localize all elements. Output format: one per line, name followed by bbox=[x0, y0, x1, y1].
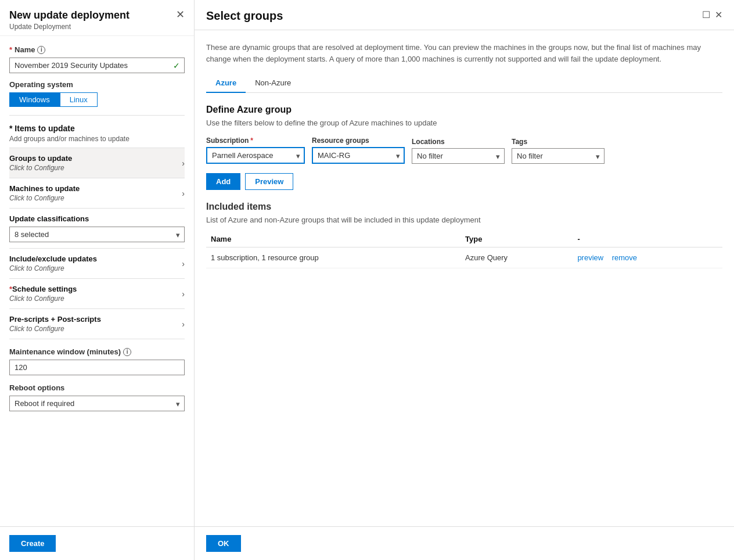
include-exclude-chevron-icon: › bbox=[182, 259, 185, 268]
right-panel: Select groups ☐ ✕ These are dynamic grou… bbox=[195, 0, 734, 560]
maintenance-label: Maintenance window (minutes) i bbox=[9, 347, 185, 356]
right-panel-title: Select groups bbox=[206, 9, 283, 30]
preview-button[interactable]: Preview bbox=[245, 173, 293, 190]
ok-button[interactable]: OK bbox=[206, 535, 241, 552]
right-footer: OK bbox=[195, 526, 734, 560]
os-section: Operating system Windows Linux bbox=[9, 80, 185, 107]
items-to-update-section: * Items to update Add groups and/or mach… bbox=[9, 124, 185, 339]
groups-to-update-row[interactable]: Groups to update Click to Configure › bbox=[9, 148, 185, 178]
subscription-select[interactable]: Parnell Aerospace bbox=[206, 147, 305, 164]
resource-groups-select-wrapper: MAIC-RG ▾ bbox=[312, 147, 405, 164]
reboot-select[interactable]: Reboot if required Never reboot Always r… bbox=[9, 396, 185, 411]
col-header-actions: - bbox=[573, 231, 722, 247]
classifications-select-container: 8 selected ▾ bbox=[9, 227, 185, 242]
tags-select-wrapper: No filter ▾ bbox=[512, 148, 605, 164]
row-remove-link[interactable]: remove bbox=[612, 253, 637, 262]
machines-chevron-icon: › bbox=[182, 189, 185, 198]
left-panel: New update deployment Update Deployment … bbox=[0, 0, 195, 560]
resource-groups-label: Resource groups bbox=[312, 137, 405, 145]
action-buttons: Add Preview bbox=[206, 173, 722, 190]
locations-label: Locations bbox=[412, 138, 505, 146]
maintenance-input-wrapper bbox=[9, 360, 185, 375]
resource-groups-select[interactable]: MAIC-RG bbox=[312, 147, 405, 164]
col-header-type: Type bbox=[460, 231, 573, 247]
machines-row-sub: Click to Configure bbox=[9, 194, 182, 202]
filters-row: Subscription * Parnell Aerospace ▾ Resou… bbox=[206, 137, 722, 164]
included-items-title: Included items bbox=[206, 202, 722, 212]
name-info-icon[interactable]: i bbox=[37, 46, 45, 54]
panel-subtitle: Update Deployment bbox=[9, 23, 129, 31]
name-input-wrapper: ✓ bbox=[9, 58, 185, 73]
classifications-select-wrapper: 8 selected ▾ bbox=[9, 227, 185, 242]
os-linux-button[interactable]: Linux bbox=[60, 92, 98, 107]
tab-azure[interactable]: Azure bbox=[206, 74, 246, 93]
name-required-star: * bbox=[9, 45, 12, 54]
included-items-section: Included items List of Azure and non-Azu… bbox=[206, 202, 722, 268]
schedule-chevron-icon: › bbox=[182, 289, 185, 299]
create-button[interactable]: Create bbox=[9, 535, 56, 552]
maximize-button[interactable]: ☐ bbox=[702, 9, 710, 20]
row-name: 1 subscription, 1 resource group bbox=[206, 247, 460, 268]
maintenance-section: Maintenance window (minutes) i bbox=[9, 347, 185, 375]
reboot-section: Reboot options Reboot if required Never … bbox=[9, 383, 185, 411]
tab-bar: Azure Non-Azure bbox=[206, 74, 722, 93]
maintenance-input[interactable] bbox=[9, 360, 185, 375]
left-header: New update deployment Update Deployment … bbox=[0, 0, 194, 36]
included-items-desc: List of Azure and non-Azure groups that … bbox=[206, 216, 722, 224]
tab-non-azure[interactable]: Non-Azure bbox=[246, 74, 300, 93]
row-actions: preview remove bbox=[573, 247, 722, 268]
col-header-name: Name bbox=[206, 231, 460, 247]
subscription-label: Subscription * bbox=[206, 137, 305, 145]
include-exclude-title: Include/exclude updates bbox=[9, 254, 182, 263]
os-windows-button[interactable]: Windows bbox=[9, 92, 60, 107]
left-body: * Name i ✓ Operating system Windows Linu… bbox=[0, 36, 194, 526]
pre-post-scripts-row[interactable]: Pre-scripts + Post-scripts Click to Conf… bbox=[9, 308, 185, 339]
right-body: These are dynamic groups that are resolv… bbox=[195, 30, 734, 526]
subscription-filter: Subscription * Parnell Aerospace ▾ bbox=[206, 137, 305, 164]
subscription-select-wrapper: Parnell Aerospace ▾ bbox=[206, 147, 305, 164]
schedule-sub: Click to Configure bbox=[9, 295, 182, 303]
classifications-select[interactable]: 8 selected bbox=[9, 227, 185, 242]
pre-post-sub: Click to Configure bbox=[9, 325, 182, 333]
maximize-icon: ☐ bbox=[702, 10, 710, 20]
classifications-title: Update classifications bbox=[9, 214, 185, 223]
define-group-desc: Use the filters below to define the grou… bbox=[206, 119, 722, 127]
locations-select[interactable]: No filter bbox=[412, 148, 505, 164]
close-button[interactable]: ✕ bbox=[176, 9, 185, 20]
row-preview-link[interactable]: preview bbox=[577, 253, 603, 262]
locations-filter: Locations No filter ▾ bbox=[412, 138, 505, 164]
tags-select[interactable]: No filter bbox=[512, 148, 605, 164]
locations-select-wrapper: No filter ▾ bbox=[412, 148, 505, 164]
name-check-icon: ✓ bbox=[173, 61, 180, 70]
add-button[interactable]: Add bbox=[206, 173, 240, 190]
groups-chevron-icon: › bbox=[182, 159, 185, 168]
maintenance-info-icon[interactable]: i bbox=[123, 348, 131, 356]
include-exclude-sub: Click to Configure bbox=[9, 264, 182, 272]
left-header-text: New update deployment Update Deployment bbox=[9, 9, 129, 31]
name-label: * Name i bbox=[9, 45, 185, 54]
name-input[interactable] bbox=[9, 58, 185, 73]
left-footer: Create bbox=[0, 526, 194, 560]
classifications-row: Update classifications 8 selected ▾ bbox=[9, 208, 185, 248]
tags-label: Tags bbox=[512, 138, 605, 146]
description-text: These are dynamic groups that are resolv… bbox=[206, 42, 722, 64]
right-close-button[interactable]: ✕ bbox=[715, 9, 722, 20]
machines-row-title: Machines to update bbox=[9, 184, 182, 193]
close-icon: ✕ bbox=[176, 9, 185, 20]
right-header-icons: ☐ ✕ bbox=[702, 9, 722, 20]
schedule-settings-row[interactable]: *Schedule settings Click to Configure › bbox=[9, 278, 185, 308]
pre-post-title: Pre-scripts + Post-scripts bbox=[9, 315, 182, 324]
right-close-icon: ✕ bbox=[715, 10, 722, 20]
included-items-table: Name Type - 1 subscription, 1 resource g… bbox=[206, 231, 722, 268]
items-to-update-subtitle: Add groups and/or machines to update bbox=[9, 135, 185, 143]
define-group-title: Define Azure group bbox=[206, 105, 722, 115]
include-exclude-row[interactable]: Include/exclude updates Click to Configu… bbox=[9, 248, 185, 278]
schedule-title: *Schedule settings bbox=[9, 285, 182, 293]
row-type: Azure Query bbox=[460, 247, 573, 268]
reboot-label: Reboot options bbox=[9, 383, 185, 392]
define-group-section: Define Azure group Use the filters below… bbox=[206, 105, 722, 268]
tags-filter: Tags No filter ▾ bbox=[512, 138, 605, 164]
divider-1 bbox=[9, 115, 185, 116]
machines-to-update-row[interactable]: Machines to update Click to Configure › bbox=[9, 178, 185, 208]
groups-row-sub: Click to Configure bbox=[9, 164, 182, 172]
